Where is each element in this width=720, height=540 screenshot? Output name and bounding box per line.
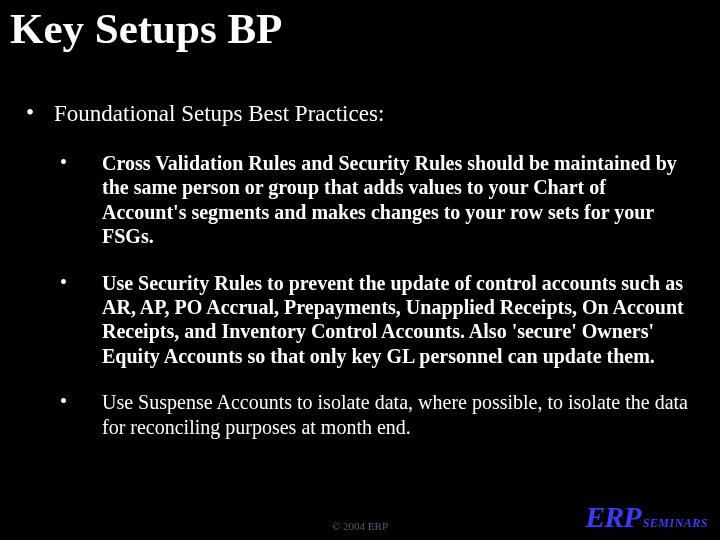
- bullet-text: Cross Validation Rules and Security Rule…: [102, 151, 688, 249]
- slide-container: Key Setups BP • Foundational Setups Best…: [0, 0, 720, 540]
- bullet-level1: • Foundational Setups Best Practices:: [24, 100, 688, 129]
- bullet-text: Use Suspense Accounts to isolate data, w…: [102, 390, 688, 439]
- bullet-level2: • Use Suspense Accounts to isolate data,…: [54, 390, 688, 439]
- bullet-level2: • Use Security Rules to prevent the upda…: [54, 271, 688, 369]
- bullet-marker: •: [54, 390, 102, 439]
- bullet-marker: •: [54, 151, 102, 249]
- bullet-text: Use Security Rules to prevent the update…: [102, 271, 688, 369]
- bullet-level2: • Cross Validation Rules and Security Ru…: [54, 151, 688, 249]
- bullet-level2-group: • Cross Validation Rules and Security Ru…: [24, 151, 688, 439]
- bullet-text: Foundational Setups Best Practices:: [54, 100, 384, 129]
- footer-logo-sub: SEMINARS: [643, 516, 708, 530]
- footer-copyright: © 2004 ERP: [332, 520, 388, 532]
- bullet-marker: •: [54, 271, 102, 369]
- bullet-marker: •: [24, 100, 54, 129]
- slide-title: Key Setups BP: [0, 0, 720, 52]
- footer-logo-main: ERP: [585, 500, 640, 533]
- slide-body: • Foundational Setups Best Practices: • …: [0, 52, 720, 439]
- footer-logo: ERPSEMINARS: [585, 500, 708, 534]
